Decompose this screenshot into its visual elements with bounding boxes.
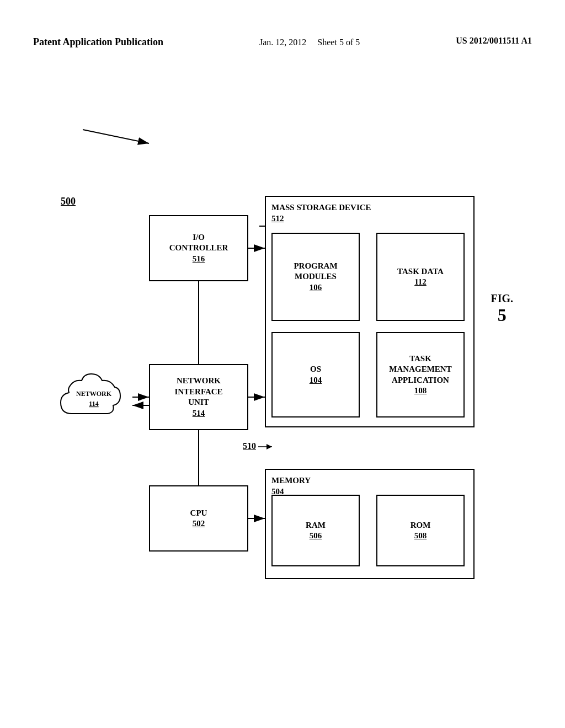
figure-label: FIG. 5 [491, 292, 513, 325]
memory-title: MEMORY504 [271, 475, 311, 497]
network-cloud: NETWORK 114 [55, 364, 132, 430]
niu-label: NETWORKINTERFACEUNIT514 [174, 376, 222, 419]
svg-text:114: 114 [89, 400, 98, 408]
header: Patent Application Publication Jan. 12, … [0, 36, 565, 49]
publication-title: Patent Application Publication [33, 36, 163, 49]
rom-label: ROM508 [411, 520, 431, 542]
label-500: 500 [61, 196, 76, 207]
program-modules-box: PROGRAMMODULES106 [271, 233, 360, 321]
io-controller-box: I/OCONTROLLER516 [149, 215, 248, 281]
task-data-label: TASK DATA112 [397, 266, 444, 288]
ram-box: RAM506 [271, 495, 360, 566]
os-label: OS104 [310, 364, 322, 386]
os-box: OS104 [271, 332, 360, 417]
fig-text: FIG. [491, 292, 513, 305]
mass-storage-box: MASS STORAGE DEVICE512 PROGRAMMODULES106… [265, 196, 475, 427]
cpu-box: CPU502 [149, 485, 248, 552]
mass-storage-title: MASS STORAGE DEVICE512 [271, 202, 371, 224]
cpu-label: CPU502 [190, 508, 207, 529]
ram-label: RAM506 [306, 520, 326, 542]
io-controller-label: I/OCONTROLLER516 [169, 232, 228, 265]
diagram: 500 I/OCONTROLLER516 NETWORKINTERFACEUNI… [28, 99, 524, 623]
svg-marker-14 [266, 444, 272, 449]
program-modules-label: PROGRAMMODULES106 [294, 261, 337, 293]
svg-text:NETWORK: NETWORK [76, 390, 112, 398]
svg-line-1 [83, 130, 149, 143]
task-management-application-box: TASK MANAGEMENTAPPLICATION108 [376, 332, 465, 417]
label-510: 510 [243, 441, 275, 452]
rom-box: ROM508 [376, 495, 465, 566]
patent-number: US 2012/0011511 A1 [456, 36, 532, 46]
task-data-box: TASK DATA112 [376, 233, 465, 321]
publication-date: Jan. 12, 2012 Sheet 5 of 5 [259, 36, 360, 49]
tma-label: TASK MANAGEMENTAPPLICATION108 [377, 354, 463, 397]
network-interface-unit-box: NETWORKINTERFACEUNIT514 [149, 364, 248, 430]
fig-number: 5 [491, 305, 513, 325]
memory-box: MEMORY504 RAM506 ROM508 [265, 469, 475, 579]
